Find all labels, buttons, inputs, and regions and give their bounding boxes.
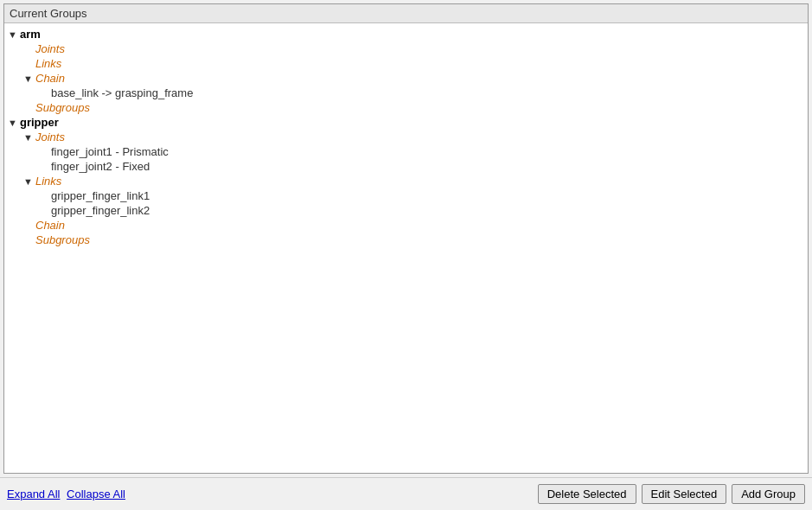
tree-item-gripper-joint2[interactable]: finger_joint2 - Fixed <box>4 159 808 174</box>
tree-item-gripper[interactable]: ▼gripper <box>4 115 808 130</box>
label-gripper-joint2: finger_joint2 - Fixed <box>51 160 150 173</box>
tree-item-gripper-subgroups[interactable]: Subgroups <box>4 233 808 247</box>
label-gripper-chain: Chain <box>35 219 65 232</box>
label-arm-links: Links <box>35 57 61 70</box>
tree-item-gripper-chain[interactable]: Chain <box>4 218 808 233</box>
label-arm-chain: Chain <box>35 72 65 85</box>
label-gripper-link1: gripper_finger_link1 <box>51 189 150 202</box>
label-gripper-subgroups: Subgroups <box>35 233 90 246</box>
label-arm-joints: Joints <box>35 42 65 55</box>
bottom-left: Expand All Collapse All <box>7 488 125 500</box>
toggle-gripper[interactable]: ▼ <box>8 118 20 128</box>
label-arm-chain-value: base_link -> grasping_frame <box>51 86 193 99</box>
toggle-gripper-links[interactable]: ▼ <box>23 176 35 187</box>
label-arm: arm <box>20 28 41 41</box>
tree-item-arm-joints[interactable]: Joints <box>4 41 808 56</box>
delete-selected-button[interactable]: Delete Selected <box>538 484 636 504</box>
tree-item-arm[interactable]: ▼arm <box>4 27 808 41</box>
label-gripper-joints: Joints <box>35 131 65 143</box>
label-gripper-links: Links <box>35 175 61 188</box>
panel-header: Current Groups <box>4 4 808 23</box>
tree-item-arm-subgroups[interactable]: Subgroups <box>4 100 808 115</box>
collapse-all-button[interactable]: Collapse All <box>67 488 125 500</box>
toggle-arm[interactable]: ▼ <box>8 29 20 40</box>
tree-item-gripper-link1[interactable]: gripper_finger_link1 <box>4 188 808 203</box>
tree-item-arm-links[interactable]: Links <box>4 56 808 71</box>
main-container: Current Groups ▼armJointsLinks▼Chainbase… <box>0 0 812 510</box>
toggle-gripper-joints[interactable]: ▼ <box>23 132 35 143</box>
tree-item-gripper-joint1[interactable]: finger_joint1 - Prismatic <box>4 144 808 159</box>
toggle-arm-chain[interactable]: ▼ <box>23 73 35 84</box>
tree-item-gripper-joints[interactable]: ▼Joints <box>4 130 808 144</box>
add-group-button[interactable]: Add Group <box>732 484 805 504</box>
tree-item-arm-chain-value[interactable]: base_link -> grasping_frame <box>4 86 808 100</box>
bottom-right: Delete Selected Edit Selected Add Group <box>538 484 805 504</box>
panel-title: Current Groups <box>10 7 87 20</box>
separator <box>60 488 67 500</box>
label-gripper: gripper <box>20 116 59 129</box>
edit-selected-button[interactable]: Edit Selected <box>642 484 727 504</box>
label-gripper-joint1: finger_joint1 - Prismatic <box>51 145 169 158</box>
expand-all-button[interactable]: Expand All <box>7 488 60 500</box>
label-gripper-link2: gripper_finger_link2 <box>51 204 150 217</box>
panel: Current Groups ▼armJointsLinks▼Chainbase… <box>3 3 809 474</box>
tree-item-arm-chain[interactable]: ▼Chain <box>4 71 808 86</box>
tree-item-gripper-links[interactable]: ▼Links <box>4 174 808 188</box>
bottom-bar: Expand All Collapse All Delete Selected … <box>0 477 812 510</box>
tree-item-gripper-link2[interactable]: gripper_finger_link2 <box>4 203 808 218</box>
label-arm-subgroups: Subgroups <box>35 101 90 114</box>
tree-area: ▼armJointsLinks▼Chainbase_link -> graspi… <box>4 23 808 473</box>
